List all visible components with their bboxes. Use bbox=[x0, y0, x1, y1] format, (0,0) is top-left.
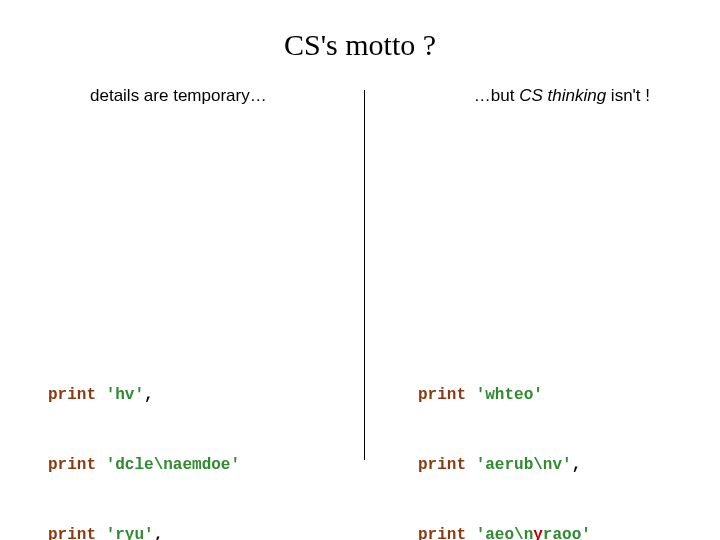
code-keyword: print bbox=[418, 456, 466, 474]
code-punc: , bbox=[144, 386, 154, 404]
code-line: print 'dcle\naemdoe' bbox=[48, 454, 240, 477]
code-line: print 'aerub\nv', bbox=[418, 454, 591, 477]
code-error-char: y bbox=[533, 526, 543, 541]
code-string: 'dcle\naemdoe' bbox=[106, 456, 240, 474]
code-line: print 'hv', bbox=[48, 384, 240, 407]
subtitle-right-italic: CS thinking bbox=[519, 86, 606, 105]
code-string: raoo' bbox=[543, 526, 591, 541]
code-string: 'ryu' bbox=[106, 526, 154, 541]
subtitle-right-prefix: …but bbox=[474, 86, 519, 105]
code-keyword: print bbox=[418, 526, 466, 541]
code-keyword: print bbox=[48, 386, 96, 404]
code-block-left: print 'hv', print 'dcle\naemdoe' print '… bbox=[48, 338, 240, 540]
code-punc: , bbox=[154, 526, 164, 541]
code-punc: , bbox=[572, 456, 582, 474]
code-keyword: print bbox=[418, 386, 466, 404]
subtitle-left: details are temporary… bbox=[90, 86, 267, 106]
code-string: 'aeo\n bbox=[476, 526, 534, 541]
code-string: 'whteo' bbox=[476, 386, 543, 404]
code-line: print 'aeo\nyraoo' bbox=[418, 524, 591, 541]
page-title: CS's motto ? bbox=[0, 28, 720, 62]
subtitle-right: …but CS thinking isn't ! bbox=[474, 86, 650, 106]
code-string: 'aerub\nv' bbox=[476, 456, 572, 474]
code-keyword: print bbox=[48, 526, 96, 541]
vertical-divider bbox=[364, 90, 365, 460]
slide: CS's motto ? details are temporary… …but… bbox=[0, 0, 720, 540]
code-block-right: print 'whteo' print 'aerub\nv', print 'a… bbox=[418, 338, 591, 540]
subtitle-right-suffix: isn't ! bbox=[606, 86, 650, 105]
code-line: print 'ryu', bbox=[48, 524, 240, 541]
code-keyword: print bbox=[48, 456, 96, 474]
code-line: print 'whteo' bbox=[418, 384, 591, 407]
code-string: 'hv' bbox=[106, 386, 144, 404]
